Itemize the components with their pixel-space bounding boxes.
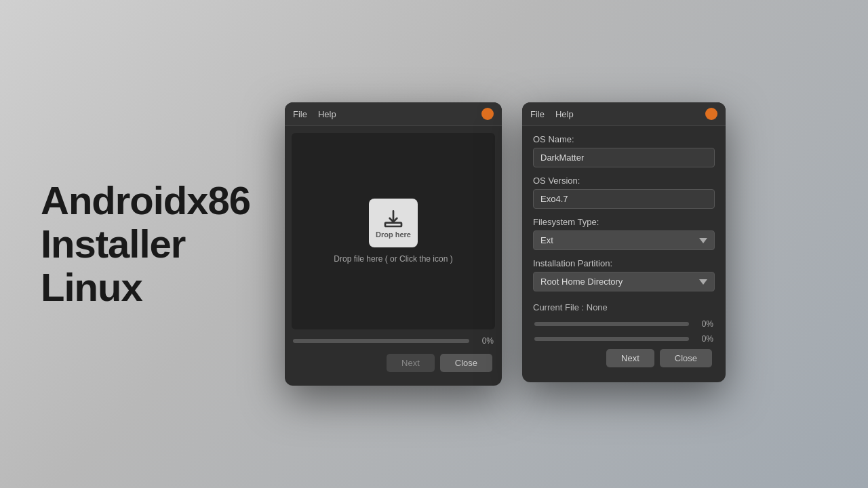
- drop-zone[interactable]: Drop here Drop file here ( or Click the …: [292, 133, 495, 329]
- window2-titlebar: File Help: [522, 102, 726, 126]
- window-file-drop: File Help Drop here Drop file here ( or …: [285, 102, 502, 386]
- window2-content: OS Name: OS Version: Filesystem Type: Ex…: [522, 126, 726, 382]
- window2-progress-label2: 0%: [694, 334, 713, 344]
- window2-close-footer-button[interactable]: Close: [660, 349, 712, 367]
- window2-progress-label1: 0%: [694, 319, 713, 329]
- title-line3: Linux: [41, 265, 142, 309]
- window2-progress-row2: 0%: [533, 334, 715, 344]
- window1-progress-row: 0%: [292, 336, 495, 346]
- window1-close-button[interactable]: [481, 108, 494, 120]
- window2-menu-help[interactable]: Help: [555, 109, 574, 119]
- window1-close-footer-button[interactable]: Close: [440, 354, 492, 372]
- os-name-input[interactable]: [533, 148, 715, 167]
- window1-progress-bar-bg: [293, 339, 469, 343]
- partition-select[interactable]: Root Home Directory /home /mnt: [533, 272, 715, 291]
- title-line2: Installer: [41, 222, 185, 266]
- window2-next-button[interactable]: Next: [606, 349, 654, 367]
- title-line1: Androidx86: [41, 178, 250, 222]
- partition-label: Installation Partition:: [533, 258, 715, 268]
- window2-progress-bg2: [534, 337, 689, 341]
- filesystem-select[interactable]: Ext NTFS FAT32: [533, 230, 715, 250]
- window1-titlebar: File Help: [285, 102, 502, 126]
- os-name-label: OS Name:: [533, 134, 715, 144]
- drop-instruction: Drop file here ( or Click the icon ): [334, 254, 452, 264]
- window2-progress-row1: 0%: [533, 319, 715, 329]
- window2-progress-section: 0% 0%: [533, 319, 715, 344]
- window-config: File Help OS Name: OS Version: Filesyste…: [522, 102, 726, 382]
- drop-icon: Drop here: [369, 199, 418, 247]
- app-title: Androidx86 Installer Linux: [41, 179, 258, 308]
- window1-next-button[interactable]: Next: [387, 354, 435, 372]
- window2-footer: Next Close: [533, 349, 715, 374]
- windows-area: File Help Drop here Drop file here ( or …: [285, 102, 726, 386]
- title-area: Androidx86 Installer Linux: [41, 179, 258, 308]
- window1-menu-help[interactable]: Help: [318, 109, 336, 119]
- window1-footer: Next Close: [292, 354, 495, 379]
- window2-progress-bg1: [534, 322, 689, 326]
- window1-progress-label: 0%: [475, 336, 494, 346]
- filesystem-label: Filesystem Type:: [533, 217, 715, 227]
- current-file: Current File : None: [533, 302, 715, 312]
- window1-content: Drop here Drop file here ( or Click the …: [285, 126, 502, 386]
- window2-menu-file[interactable]: File: [530, 109, 545, 119]
- window2-close-button[interactable]: [705, 108, 717, 120]
- window2-menu: File Help: [530, 109, 574, 119]
- svg-rect-0: [385, 223, 401, 226]
- os-version-input[interactable]: [533, 189, 715, 209]
- drop-here-label: Drop here: [376, 230, 411, 239]
- window1-menu-file[interactable]: File: [293, 109, 307, 119]
- window1-menu: File Help: [293, 109, 336, 119]
- os-version-label: OS Version:: [533, 176, 715, 186]
